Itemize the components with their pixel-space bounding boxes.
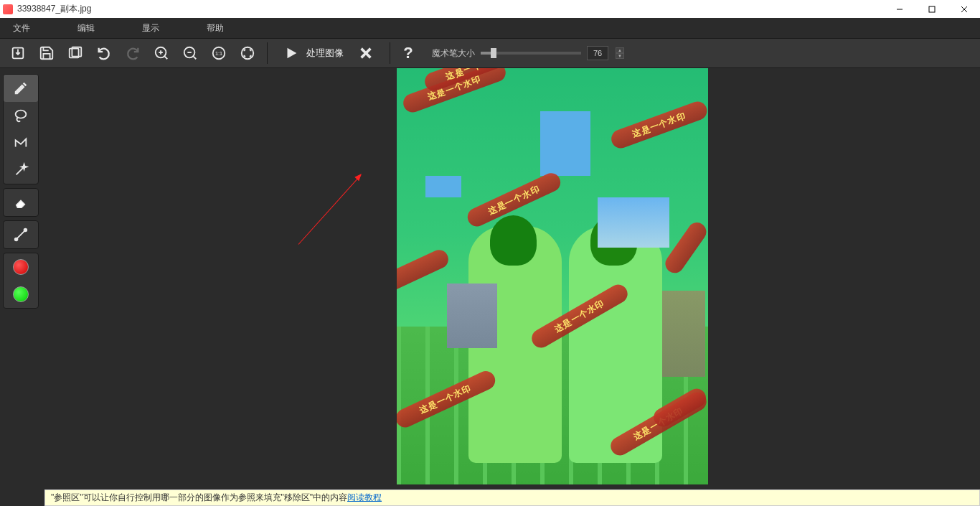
status-text: "参照区"可以让你自行控制用哪一部分的图像作为参照来填充"移除区"中的内容 (51, 492, 347, 504)
unmask-region (425, 176, 461, 197)
eraser-tool[interactable] (4, 189, 38, 216)
remove-area-color[interactable] (4, 253, 38, 281)
svg-line-9 (165, 57, 168, 60)
close-button[interactable] (948, 0, 980, 18)
side-toolbar (0, 68, 42, 489)
canvas-area[interactable]: 这是一个水印 这是一个水印 这是一个水印 这是一个水印 这是一个水印 这是一个水… (42, 68, 980, 489)
minimize-button[interactable] (883, 0, 915, 18)
main-area: 这是一个水印 这是一个水印 这是一个水印 这是一个水印 这是一个水印 这是一个水… (0, 68, 980, 489)
brush-slider[interactable] (481, 52, 581, 55)
zoom-fit-button[interactable] (235, 41, 260, 65)
toolbar-divider (267, 42, 268, 64)
svg-point-21 (16, 111, 27, 118)
svg-point-24 (15, 238, 18, 241)
svg-text:1:1: 1:1 (215, 50, 222, 57)
process-button[interactable] (281, 42, 302, 64)
svg-rect-1 (929, 6, 935, 12)
unmask-region (598, 197, 669, 248)
process-area: 处理图像 (275, 42, 382, 64)
svg-marker-18 (288, 48, 297, 59)
zoom-actual-button[interactable]: 1:1 (207, 41, 231, 65)
open-button[interactable] (6, 41, 30, 65)
save-as-button[interactable] (63, 41, 88, 65)
brush-tool[interactable] (4, 75, 38, 102)
brush-increment[interactable]: ▲ (616, 47, 624, 53)
menu-edit[interactable]: 编辑 (72, 21, 100, 36)
window-controls (883, 0, 980, 18)
status-bar: "参照区"可以让你自行控制用哪一部分的图像作为参照来填充"移除区"中的内容 阅读… (44, 489, 980, 506)
menu-view[interactable]: 显示 (136, 21, 165, 36)
app-icon (3, 4, 13, 14)
line-tool[interactable] (4, 221, 38, 248)
magic-wand-tool[interactable] (4, 156, 38, 184)
undo-button[interactable] (92, 41, 116, 65)
cancel-button[interactable] (355, 42, 377, 64)
lasso-tool[interactable] (4, 102, 38, 129)
menu-help[interactable]: 帮助 (201, 21, 230, 36)
unmask-region (447, 284, 497, 348)
unmask-region (662, 291, 705, 377)
brush-label: 魔术笔大小 (432, 47, 475, 60)
brush-value-input[interactable]: 76 (587, 46, 608, 60)
menu-bar: 文件 编辑 显示 帮助 (0, 18, 980, 38)
svg-point-25 (24, 229, 27, 232)
title-bar: 33938847_副本.jpg (0, 0, 980, 18)
svg-point-17 (242, 47, 254, 60)
zoom-in-button[interactable] (149, 41, 174, 65)
zoom-out-button[interactable] (178, 41, 202, 65)
save-button[interactable] (34, 41, 59, 65)
window-title: 33938847_副本.jpg (17, 3, 91, 15)
svg-line-22 (17, 167, 24, 174)
help-button[interactable]: ? (397, 42, 419, 64)
brush-spinner: ▲ ▼ (616, 47, 624, 59)
menu-file[interactable]: 文件 (7, 21, 36, 36)
maximize-button[interactable] (915, 0, 948, 18)
svg-line-13 (194, 57, 197, 60)
keep-area-color[interactable] (4, 281, 38, 308)
brush-size-section: 魔术笔大小 76 ▲ ▼ (432, 46, 624, 60)
tutorial-link[interactable]: 阅读教程 (347, 492, 382, 504)
toolbar-divider-2 (390, 42, 390, 64)
main-toolbar: 1:1 处理图像 ? 魔术笔大小 76 ▲ ▼ (0, 38, 980, 68)
unmask-region (540, 111, 590, 176)
brush-decrement[interactable]: ▼ (616, 53, 624, 59)
process-label: 处理图像 (306, 47, 344, 60)
annotation-arrow (298, 175, 362, 245)
image-canvas[interactable]: 这是一个水印 这是一个水印 这是一个水印 这是一个水印 这是一个水印 这是一个水… (397, 68, 708, 484)
polygon-tool[interactable] (4, 129, 38, 156)
redo-button[interactable] (121, 41, 145, 65)
